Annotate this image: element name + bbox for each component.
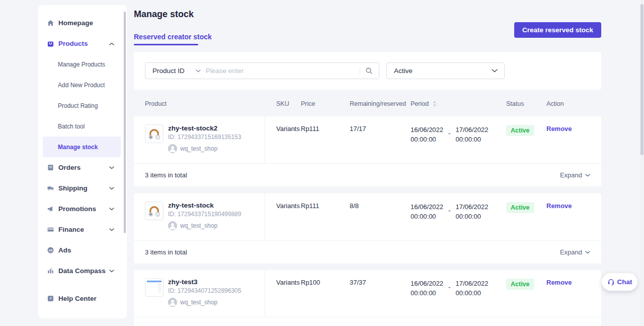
sidebar-item-product-rating[interactable]: Product Rating	[38, 95, 127, 116]
product-info: zhy-test3 ID: 1729434071252896305 wq_tes…	[168, 278, 241, 317]
period-start-date: 16/06/2022	[411, 279, 443, 288]
sku-value: Variants	[265, 270, 301, 317]
document-icon	[47, 164, 54, 171]
stock-group: zhy-test-stock2 ID: 1729433715169135153 …	[134, 116, 601, 186]
remove-button[interactable]: Remove	[546, 202, 572, 210]
create-reserved-stock-button[interactable]: Create reserved stock	[514, 22, 601, 38]
chevron-down-icon	[585, 174, 590, 177]
sidebar-item-label: Manage Products	[58, 61, 105, 68]
sidebar-item-data-compass[interactable]: Data Compass	[38, 260, 127, 281]
product-name[interactable]: zhy-test3	[168, 278, 241, 286]
bar-chart-icon	[47, 268, 54, 274]
product-cell: zhy-test-stock2 ID: 1729433715169135153 …	[134, 116, 265, 163]
search-box: Product ID	[145, 62, 379, 79]
ads-icon: AD	[47, 247, 54, 253]
status-badge: Active	[506, 279, 534, 290]
period-end-time: 00:00:00	[455, 135, 488, 144]
status-filter-value: Active	[394, 67, 413, 75]
sidebar-item-help-center[interactable]: ? Help Center	[38, 288, 127, 309]
status-badge: Active	[506, 202, 534, 213]
sidebar-item-shipping[interactable]: Shipping	[38, 178, 127, 199]
chevron-down-icon	[109, 187, 114, 190]
sidebar-item-manage-products[interactable]: Manage Products	[38, 54, 127, 75]
svg-text:?: ?	[49, 297, 51, 300]
column-header-period: Period	[411, 100, 506, 107]
truck-icon	[47, 185, 54, 191]
sidebar-item-orders[interactable]: Orders	[38, 157, 127, 178]
chevron-down-icon	[109, 228, 114, 231]
home-icon	[47, 20, 54, 26]
chevron-up-icon	[109, 42, 114, 45]
period-start: 16/06/2022 00:00:00	[411, 202, 443, 221]
tab-reserved-creator-stock[interactable]: Reserved creator stock	[134, 33, 212, 41]
action-cell: Remove	[546, 116, 601, 163]
period-start-time: 00:00:00	[411, 212, 443, 221]
sidebar-item-label: Finance	[58, 226, 84, 233]
table-row: zhy-test-stock2 ID: 1729433715169135153 …	[134, 116, 601, 163]
sidebar-item-label: Data Compass	[58, 267, 106, 275]
shop-row: wq_test_shop	[168, 221, 241, 230]
sidebar-item-batch-tool[interactable]: Batch tool	[38, 116, 127, 137]
page-scrollbar-thumb[interactable]	[640, 4, 643, 155]
sidebar-item-products[interactable]: Products	[38, 33, 127, 54]
product-id: ID: 1729433715190499889	[168, 211, 241, 218]
table-row: zhy-test-stock ID: 1729433715190499889 w…	[134, 193, 601, 240]
expand-label: Expand	[560, 171, 582, 179]
headset-icon	[607, 278, 615, 286]
bag-icon	[47, 40, 54, 47]
expand-button[interactable]: Expand	[560, 248, 590, 256]
remove-button[interactable]: Remove	[546, 125, 572, 133]
period-end: 17/06/2022 00:00:00	[455, 279, 488, 298]
sidebar-item-homepage[interactable]: Homepage	[38, 13, 127, 33]
stock-group: zhy-test3 ID: 1729434071252896305 wq_tes…	[134, 270, 601, 326]
product-info: zhy-test-stock ID: 1729433715190499889 w…	[168, 202, 241, 240]
sidebar-item-finance[interactable]: Finance	[38, 219, 127, 240]
main-content: Manage stock Create reserved stock Reser…	[134, 0, 601, 326]
remove-button[interactable]: Remove	[546, 279, 572, 286]
sidebar-item-label: Orders	[58, 164, 80, 171]
tab-active-underline	[134, 44, 198, 45]
status-filter-select[interactable]: Active	[386, 62, 505, 79]
status-badge: Active	[506, 125, 534, 136]
sidebar-scrollbar[interactable]	[124, 12, 126, 233]
help-icon: ?	[47, 295, 54, 302]
product-name[interactable]: zhy-test-stock	[168, 202, 241, 209]
search-input[interactable]	[206, 67, 360, 75]
table-header-row: Product SKU Price Remaining/reserved Per…	[134, 96, 601, 112]
period-start-date: 16/06/2022	[411, 202, 443, 212]
product-cell: zhy-test-stock ID: 1729433715190499889 w…	[134, 193, 265, 240]
input-divider	[360, 68, 360, 74]
action-cell: Remove	[546, 193, 601, 240]
page-title: Manage stock	[134, 9, 194, 20]
sort-icon[interactable]	[433, 101, 437, 107]
sidebar-item-label: Products	[58, 40, 88, 47]
shop-avatar	[168, 221, 177, 230]
sidebar-item-label: Help Center	[58, 295, 97, 302]
period-end-date: 17/06/2022	[455, 125, 488, 135]
remaining-value: 37/37	[350, 270, 411, 317]
expand-button[interactable]: Expand	[560, 171, 590, 179]
sidebar-item-label: Promotions	[58, 205, 96, 213]
shop-name: wq_test_shop	[180, 145, 217, 152]
chat-button[interactable]: Chat	[602, 273, 637, 291]
filter-card: Product ID Active	[134, 52, 601, 90]
search-field-selector[interactable]: Product ID	[145, 63, 206, 79]
period-separator: -	[448, 202, 450, 221]
column-header-product: Product	[134, 100, 265, 107]
stock-group: zhy-test-stock ID: 1729433715190499889 w…	[134, 193, 601, 264]
sidebar-item-ads[interactable]: AD Ads	[38, 240, 127, 260]
period-separator: -	[448, 279, 450, 298]
items-total-label: 3 items in total	[145, 171, 187, 179]
sidebar-item-manage-stock[interactable]: Manage stock	[43, 137, 121, 157]
chevron-down-icon	[492, 69, 498, 73]
search-icon[interactable]	[365, 67, 379, 75]
period-start-date: 16/06/2022	[411, 125, 443, 135]
status-cell: Active	[506, 193, 546, 240]
sku-value: Variants	[265, 116, 301, 163]
product-name[interactable]: zhy-test-stock2	[168, 124, 241, 132]
period-cell: 16/06/2022 00:00:00 - 17/06/2022 00:00:0…	[411, 270, 506, 317]
sidebar-item-promotions[interactable]: Promotions	[38, 199, 127, 219]
column-header-price: Price	[301, 100, 350, 107]
sidebar-item-add-new-product[interactable]: Add New Product	[38, 75, 127, 95]
column-header-remaining: Remaining/reserved	[350, 100, 411, 107]
